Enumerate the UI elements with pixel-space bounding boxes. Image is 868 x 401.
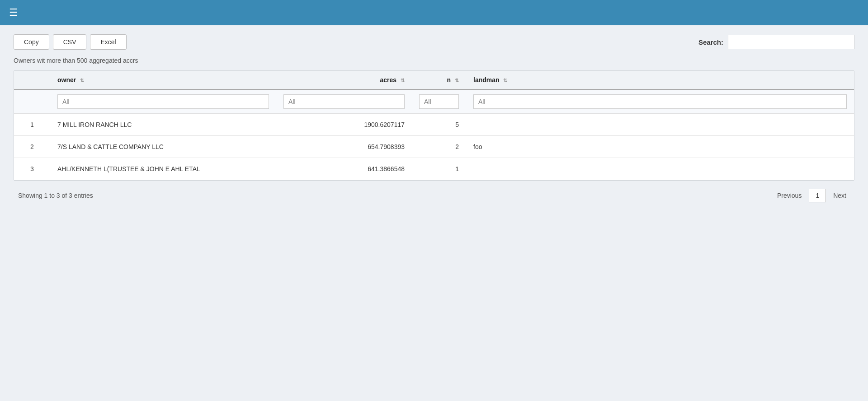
toolbar-row: Copy CSV Excel Search: (14, 34, 854, 50)
cell-rownum: 1 (14, 114, 50, 136)
cell-acres: 1900.6207117 (276, 114, 412, 136)
table-row: 17 MILL IRON RANCH LLC1900.62071175 (14, 114, 854, 136)
search-input[interactable] (728, 35, 854, 49)
cell-n: 1 (412, 158, 466, 180)
table-row: 3AHL/KENNETH L(TRUSTEE & JOHN E AHL ETAL… (14, 158, 854, 180)
search-label: Search: (698, 38, 723, 46)
table-body: 17 MILL IRON RANCH LLC1900.6207117527/S … (14, 114, 854, 180)
table-row: 27/S LAND & CATTLE COMPANY LLC654.790839… (14, 136, 854, 158)
table-container: owner ⇅ acres ⇅ n ⇅ landman ⇅ (14, 70, 854, 181)
next-button[interactable]: Next (830, 190, 850, 201)
data-table: owner ⇅ acres ⇅ n ⇅ landman ⇅ (14, 71, 854, 180)
filter-owner-input[interactable] (57, 94, 269, 109)
table-title: Owners wit more than 500 aggregated accr… (14, 57, 854, 64)
filter-row (14, 89, 854, 114)
pagination-controls: Previous 1 Next (774, 189, 850, 202)
filter-rownum (14, 89, 50, 114)
previous-button[interactable]: Previous (774, 190, 805, 201)
hamburger-icon[interactable]: ☰ (9, 8, 18, 18)
csv-button[interactable]: CSV (53, 34, 87, 50)
toolbar-left: Copy CSV Excel (14, 34, 127, 50)
filter-acres-input[interactable] (283, 94, 405, 109)
filter-owner-cell (50, 89, 276, 114)
cell-owner: AHL/KENNETH L(TRUSTEE & JOHN E AHL ETAL (50, 158, 276, 180)
cell-landman (466, 158, 854, 180)
cell-n: 5 (412, 114, 466, 136)
filter-n-input[interactable] (419, 94, 459, 109)
table-header-row: owner ⇅ acres ⇅ n ⇅ landman ⇅ (14, 71, 854, 89)
col-header-rownum (14, 71, 50, 89)
col-header-acres[interactable]: acres ⇅ (276, 71, 412, 89)
filter-landman-input[interactable] (473, 94, 847, 109)
toolbar-right: Search: (698, 35, 854, 49)
col-header-n[interactable]: n ⇅ (412, 71, 466, 89)
filter-n-cell (412, 89, 466, 114)
filter-landman-cell (466, 89, 854, 114)
cell-rownum: 3 (14, 158, 50, 180)
cell-landman: foo (466, 136, 854, 158)
pagination-summary: Showing 1 to 3 of 3 entries (18, 192, 93, 199)
cell-rownum: 2 (14, 136, 50, 158)
cell-landman (466, 114, 854, 136)
cell-n: 2 (412, 136, 466, 158)
acres-sort-icon[interactable]: ⇅ (401, 78, 405, 84)
pagination-row: Showing 1 to 3 of 3 entries Previous 1 N… (14, 181, 854, 207)
header-bar: ☰ (0, 0, 868, 25)
owner-sort-icon[interactable]: ⇅ (80, 78, 84, 84)
cell-owner: 7/S LAND & CATTLE COMPANY LLC (50, 136, 276, 158)
main-content: Copy CSV Excel Search: Owners wit more t… (0, 25, 868, 401)
copy-button[interactable]: Copy (14, 34, 49, 50)
filter-acres-cell (276, 89, 412, 114)
cell-acres: 641.3866548 (276, 158, 412, 180)
cell-acres: 654.7908393 (276, 136, 412, 158)
col-header-landman[interactable]: landman ⇅ (466, 71, 854, 89)
landman-sort-icon[interactable]: ⇅ (503, 78, 507, 84)
col-header-owner[interactable]: owner ⇅ (50, 71, 276, 89)
cell-owner: 7 MILL IRON RANCH LLC (50, 114, 276, 136)
current-page[interactable]: 1 (809, 189, 826, 202)
excel-button[interactable]: Excel (90, 34, 126, 50)
n-sort-icon[interactable]: ⇅ (455, 78, 459, 84)
